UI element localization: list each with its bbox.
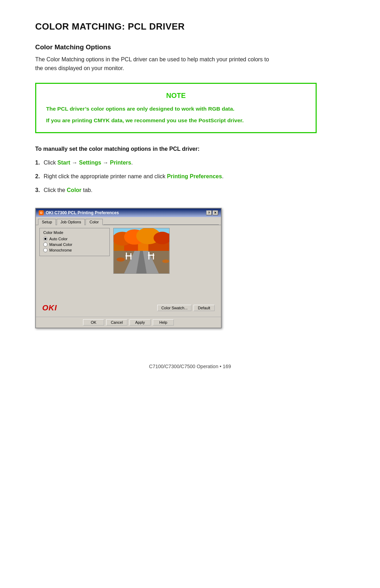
oki-logo: OKI <box>42 303 57 312</box>
color-mode-panel: Color Mode Auto Color Manual Color Monoc… <box>39 228 110 274</box>
radio-manual-color-label: Manual Color <box>49 242 72 247</box>
steps-list: 1. Click Start → Settings → Printers. 2.… <box>35 159 345 194</box>
step-1-text: Click Start → Settings → Printers. <box>44 160 133 166</box>
printers-link: Printers <box>110 160 131 166</box>
help-titlebar-btn[interactable]: ? <box>206 210 212 215</box>
dialog-window: O OKI C7300 PCL Printing Preferences ? ✕… <box>35 208 222 328</box>
color-mode-group: Color Mode Auto Color Manual Color Monoc… <box>39 228 110 256</box>
preview-image <box>113 228 170 274</box>
radio-monochrome-label: Monochrome <box>49 248 72 252</box>
note-title: NOTE <box>46 92 306 100</box>
dialog-spacer <box>39 274 217 302</box>
step-3-num: 3. <box>35 186 40 195</box>
dialog-footer-bottom: OK Cancel Apply Help <box>36 317 221 328</box>
dialog-icon: O <box>39 210 44 215</box>
step-2-num: 2. <box>35 172 40 181</box>
color-mode-legend: Color Mode <box>43 230 106 235</box>
setup-tab[interactable]: Setup <box>38 219 56 225</box>
preview-panel <box>113 228 217 274</box>
preview-svg <box>114 228 169 273</box>
page-footer: C7100/C7300/C7500 Operation • 169 <box>35 364 345 369</box>
cancel-button[interactable]: Cancel <box>106 319 127 326</box>
radio-manual-color-circle[interactable] <box>43 242 48 247</box>
note-line-2: If you are printing CMYK data, we recomm… <box>46 116 306 124</box>
svg-rect-14 <box>126 255 132 256</box>
dialog-title: OKI C7300 PCL Printing Preferences <box>46 210 119 215</box>
titlebar-buttons: ? ✕ <box>206 210 218 215</box>
page-title: COLOR MATCHING: PCL DRIVER <box>35 21 345 32</box>
footer-top-btns: Color Swatch... Default <box>157 305 215 311</box>
svg-rect-16 <box>153 253 154 260</box>
color-tab-link: Color <box>67 187 82 193</box>
color-swatch-button[interactable]: Color Swatch... <box>157 305 191 311</box>
svg-point-18 <box>116 258 125 262</box>
step-2-text: Right click the appropriate printer name… <box>44 173 223 179</box>
svg-rect-17 <box>148 255 154 256</box>
settings-link: Settings <box>79 160 101 166</box>
ok-button[interactable]: OK <box>83 319 104 326</box>
step-1-num: 1. <box>35 159 40 167</box>
intro-text: The Color Matching options in the PCL dr… <box>35 55 274 73</box>
radio-monochrome-circle[interactable] <box>43 248 48 252</box>
dialog-titlebar: O OKI C7300 PCL Printing Preferences ? ✕ <box>36 209 221 217</box>
section-heading: Color Matching Options <box>35 43 345 51</box>
dialog-tabs: Setup Job Options Color <box>36 217 221 225</box>
radio-auto-color-circle[interactable] <box>43 237 48 241</box>
footer-text: C7100/C7300/C7500 Operation • 169 <box>149 364 231 369</box>
radio-manual-color[interactable]: Manual Color <box>43 242 106 247</box>
note-line-1: The PCL driver’s color options are only … <box>46 105 306 113</box>
titlebar-left: O OKI C7300 PCL Printing Preferences <box>39 210 119 215</box>
radio-auto-color[interactable]: Auto Color <box>43 237 106 241</box>
close-titlebar-btn[interactable]: ✕ <box>213 210 218 215</box>
color-tab[interactable]: Color <box>86 219 102 225</box>
radio-monochrome[interactable]: Monochrome <box>43 248 106 252</box>
note-box: NOTE The PCL driver’s color options are … <box>35 83 317 134</box>
printing-preferences-link: Printing Preferences <box>167 173 222 179</box>
job-options-tab[interactable]: Job Options <box>57 219 85 225</box>
instructions-heading: To manually set the color matching optio… <box>35 146 345 152</box>
dialog-inner: Color Mode Auto Color Manual Color Monoc… <box>39 228 217 274</box>
apply-button[interactable]: Apply <box>129 319 151 326</box>
dialog-footer-top: OKI Color Swatch... Default <box>39 302 217 314</box>
svg-point-19 <box>162 260 169 263</box>
start-link: Start <box>57 160 70 166</box>
step-2: 2. Right click the appropriate printer n… <box>35 172 345 181</box>
step-1: 1. Click Start → Settings → Printers. <box>35 159 345 167</box>
default-button[interactable]: Default <box>194 305 215 311</box>
step-3-text: Click the Color tab. <box>44 187 93 193</box>
help-button[interactable]: Help <box>153 319 174 326</box>
dialog-content: Color Mode Auto Color Manual Color Monoc… <box>36 225 221 317</box>
step-3: 3. Click the Color tab. <box>35 186 345 195</box>
radio-auto-color-label: Auto Color <box>49 237 68 241</box>
